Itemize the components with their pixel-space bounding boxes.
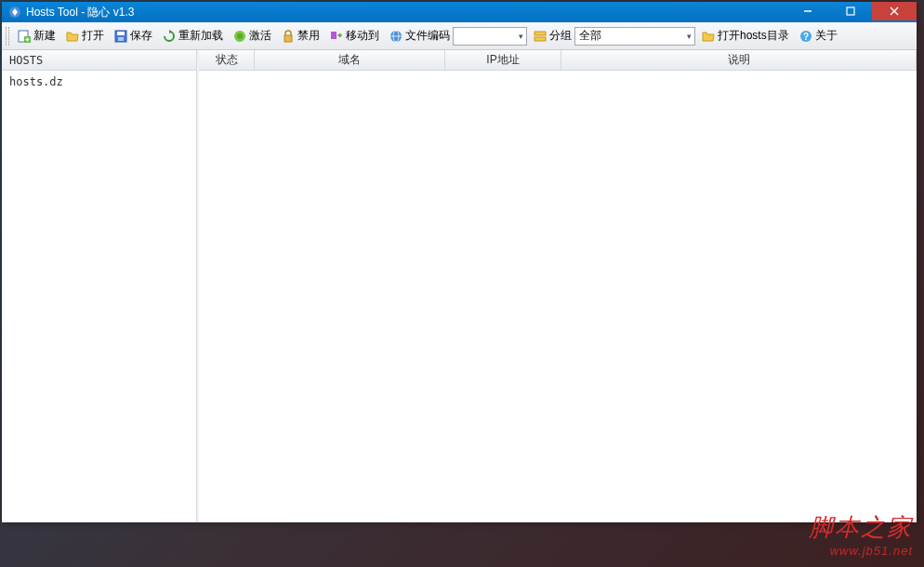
encoding-combo[interactable]	[453, 27, 527, 46]
reload-icon	[162, 29, 177, 44]
table-header: 状态 域名 IP地址 说明	[199, 50, 917, 71]
svg-rect-11	[118, 37, 124, 41]
app-icon	[7, 5, 22, 20]
open-button[interactable]: 打开	[61, 25, 108, 46]
column-status[interactable]: 状态	[199, 50, 255, 70]
sidebar-item[interactable]: hosts.dz	[2, 73, 196, 90]
open-hosts-dir-label: 打开hosts目录	[718, 28, 789, 44]
about-label: 关于	[815, 28, 838, 44]
svg-rect-10	[117, 32, 125, 35]
folder-icon	[701, 29, 716, 44]
watermark-url: www.jb51.net	[809, 544, 913, 558]
save-label: 保存	[130, 28, 152, 44]
svg-rect-19	[535, 32, 546, 35]
sidebar-list: hosts.dz	[2, 71, 196, 522]
group-value: 全部	[579, 28, 601, 44]
window-controls	[786, 2, 917, 22]
svg-rect-2	[847, 7, 854, 15]
column-ip[interactable]: IP地址	[445, 50, 561, 70]
app-window: Hosts Tool - 隐心 v1.3 新建 打开 保存 重新加载 激活	[2, 2, 917, 522]
encoding-button[interactable]: 文件编码	[385, 25, 451, 46]
globe-icon	[389, 29, 403, 44]
svg-rect-14	[284, 35, 292, 42]
maximize-button[interactable]	[829, 2, 872, 20]
encoding-label: 文件编码	[405, 28, 450, 44]
moveto-button[interactable]: 移动到	[325, 25, 383, 46]
reload-button[interactable]: 重新加载	[158, 25, 227, 46]
sidebar-header: HOSTS	[2, 50, 196, 71]
minimize-button[interactable]	[786, 2, 829, 20]
moveto-label: 移动到	[346, 28, 379, 44]
column-domain[interactable]: 域名	[255, 50, 445, 70]
group-combo[interactable]: 全部	[574, 27, 695, 46]
save-button[interactable]: 保存	[110, 25, 156, 46]
new-label: 新建	[33, 28, 56, 44]
svg-rect-15	[331, 32, 337, 39]
titlebar[interactable]: Hosts Tool - 隐心 v1.3	[2, 2, 917, 22]
column-desc[interactable]: 说明	[561, 50, 917, 70]
open-hosts-dir-button[interactable]: 打开hosts目录	[697, 25, 793, 46]
svg-rect-20	[535, 37, 546, 41]
new-button[interactable]: 新建	[13, 25, 59, 46]
save-icon	[113, 29, 128, 44]
reload-label: 重新加载	[178, 28, 223, 44]
close-button[interactable]	[872, 2, 917, 20]
disable-button[interactable]: 禁用	[277, 25, 323, 46]
sidebar: HOSTS hosts.dz	[2, 50, 197, 522]
help-icon: ?	[799, 29, 813, 44]
activate-button[interactable]: 激活	[229, 25, 275, 46]
activate-icon	[232, 29, 247, 44]
toolbar-grip	[6, 27, 9, 46]
moveto-icon	[329, 29, 344, 44]
svg-text:?: ?	[803, 32, 809, 42]
activate-label: 激活	[249, 28, 271, 44]
lock-icon	[281, 29, 296, 44]
content-area: HOSTS hosts.dz 状态 域名 IP地址 说明	[2, 50, 917, 522]
folder-open-icon	[65, 29, 80, 44]
about-button[interactable]: ? 关于	[795, 25, 841, 46]
group-button[interactable]: 分组	[529, 25, 573, 46]
main-panel: 状态 域名 IP地址 说明	[197, 50, 917, 522]
open-label: 打开	[82, 28, 104, 44]
group-icon	[533, 29, 548, 44]
table-body[interactable]	[199, 71, 917, 522]
window-title: Hosts Tool - 隐心 v1.3	[26, 5, 786, 20]
svg-point-13	[237, 33, 243, 39]
new-file-icon	[17, 29, 32, 44]
group-label: 分组	[549, 28, 572, 44]
disable-label: 禁用	[297, 28, 320, 44]
toolbar: 新建 打开 保存 重新加载 激活 禁用 移动到 文件编码	[2, 22, 917, 50]
